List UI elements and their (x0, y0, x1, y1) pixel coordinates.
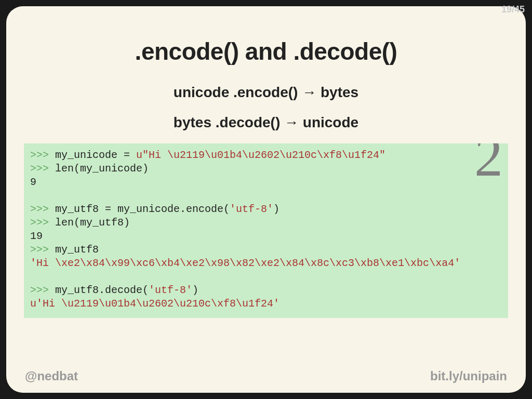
slide: .encode() and .decode() unicode .encode(… (6, 6, 526, 393)
code-line: >>> my_utf8 (30, 243, 502, 257)
footer-url: bit.ly/unipain (430, 369, 507, 383)
code-output: 19 (30, 230, 502, 243)
code-blank (30, 189, 502, 203)
subtitle-decode: bytes .decode() → unicode (6, 114, 526, 131)
subtitle-encode: unicode .encode() → bytes (6, 84, 526, 101)
code-output: 'Hi \xe2\x84\x99\xc6\xb4\xe2\x98\x82\xe2… (30, 257, 502, 270)
page-counter: 19/45 (501, 4, 525, 15)
slide-footer: @nedbat bit.ly/unipain (25, 369, 507, 383)
code-line: >>> len(my_utf8) (30, 216, 502, 230)
code-output: 9 (30, 176, 502, 189)
code-block: 2>>> my_unicode = u"Hi \u2119\u01b4\u260… (24, 143, 508, 318)
slide-title: .encode() and .decode() (6, 37, 526, 65)
code-output: u'Hi \u2119\u01b4\u2602\u210c\xf8\u1f24' (30, 297, 502, 311)
code-line: >>> my_utf8 = my_unicode.encode('utf-8') (30, 203, 502, 216)
code-line: >>> my_utf8.decode('utf-8') (30, 284, 502, 297)
code-blank (30, 270, 502, 284)
code-line: >>> my_unicode = u"Hi \u2119\u01b4\u2602… (30, 149, 502, 162)
code-line: >>> len(my_unicode) (30, 162, 502, 176)
footer-handle: @nedbat (25, 369, 78, 383)
